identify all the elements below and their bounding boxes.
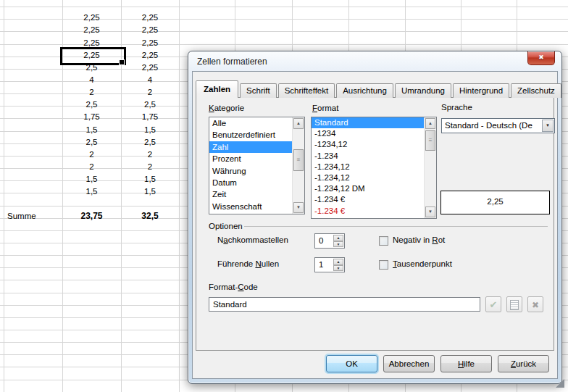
scroll-down-icon[interactable]: ▼ <box>293 202 304 213</box>
format-item[interactable]: -1234,12 <box>312 139 424 150</box>
sheet-cell[interactable]: 1,5 <box>62 185 121 198</box>
negative-red-checkbox[interactable] <box>379 236 388 246</box>
dialog-client-area: ZahlenSchriftSchrifteffektAusrichtungUmr… <box>192 71 558 379</box>
category-item[interactable]: Alle <box>209 117 292 129</box>
close-button[interactable]: ✖ <box>527 51 555 65</box>
format-item[interactable]: -1.234 <box>312 151 424 162</box>
sheet-cell[interactable]: 4 <box>62 74 121 86</box>
sheet-cell[interactable]: 2,25 <box>121 37 179 49</box>
tab-hintergrund[interactable]: Hintergrund <box>453 83 509 98</box>
scroll-up-icon[interactable]: ▲ <box>425 118 435 129</box>
spin-down-icon[interactable]: ▼ <box>333 265 343 272</box>
thousands-checkbox[interactable] <box>379 260 388 270</box>
negative-red-label[interactable]: Negativ in Rot <box>393 235 445 244</box>
dialog-title: Zellen formatieren <box>197 57 267 67</box>
decimals-label: Nachkommastellen <box>217 235 288 244</box>
check-icon: ✔ <box>490 299 498 310</box>
sheet-cell[interactable]: 2,25 <box>62 24 121 36</box>
scroll-down-icon[interactable]: ▼ <box>425 207 435 217</box>
category-item[interactable]: Währung <box>209 165 292 177</box>
format-item[interactable]: -1.234,12 <box>312 172 424 183</box>
sheet-cell[interactable]: 1,75 <box>121 111 179 123</box>
options-group-label: Optionen <box>209 222 243 230</box>
sheet-cell[interactable]: 2 <box>121 86 179 99</box>
sheet-cell[interactable]: 2 <box>121 161 179 173</box>
category-listbox[interactable]: AlleBenutzerdefiniertZahlProzentWährungD… <box>209 117 305 214</box>
leading-zeros-label: Führende Nullen <box>217 259 279 268</box>
spin-up-icon[interactable]: ▲ <box>333 259 343 265</box>
sheet-cell[interactable]: 2,5 <box>62 99 121 111</box>
sheet-cell[interactable]: 2,5 <box>121 99 179 111</box>
sheet-cell[interactable]: 2,5 <box>62 136 121 149</box>
category-item[interactable]: Benutzerdefiniert <box>209 129 292 141</box>
tab-zahlen[interactable]: Zahlen <box>196 80 238 98</box>
format-code-input[interactable]: Standard <box>209 297 480 312</box>
delete-button[interactable]: ✖ <box>527 296 543 312</box>
sheet-cell[interactable]: 2,5 <box>121 136 179 149</box>
confirm-button[interactable]: ✔ <box>485 296 501 312</box>
resize-grip[interactable] <box>556 379 564 388</box>
sheet-cell[interactable]: 1,5 <box>62 124 121 136</box>
category-label: Kategorie <box>209 104 244 112</box>
help-button[interactable]: Hilfe <box>440 355 492 372</box>
sheet-cell[interactable]: 2,25 <box>121 49 179 62</box>
category-item[interactable]: Datum <box>209 177 292 188</box>
sum-cell-c[interactable]: 32,5 <box>121 210 179 222</box>
scrollbar-thumb[interactable]: ≡ <box>425 130 435 151</box>
format-preview: 2,25 <box>440 191 550 214</box>
selected-cell-outline <box>60 47 126 65</box>
tab-schrifteffekt[interactable]: Schrifteffekt <box>278 83 335 98</box>
tab-ausrichtung[interactable]: Ausrichtung <box>336 83 393 98</box>
sheet-cell[interactable]: 1,5 <box>121 173 179 185</box>
sheet-cell[interactable]: 2 <box>62 86 121 99</box>
sheet-cell[interactable]: 2 <box>62 161 121 173</box>
sheet-cell[interactable]: 4 <box>121 74 179 86</box>
decimals-stepper[interactable]: 0 ▲ ▼ <box>314 233 345 249</box>
scroll-up-icon[interactable]: ▲ <box>293 118 304 129</box>
sheet-cell[interactable]: 2,25 <box>121 12 179 24</box>
sheet-cell[interactable]: 2 <box>121 149 179 161</box>
format-listbox[interactable]: Standard-1234-1234,12-1.234-1.234,12-1.2… <box>311 117 437 219</box>
format-item[interactable]: Standard <box>312 117 424 128</box>
format-cells-dialog: Zellen formatieren ✖ ZahlenSchriftSchrif… <box>188 51 562 384</box>
cancel-button[interactable]: Abbrechen <box>383 355 435 372</box>
thousands-label[interactable]: Tausenderpunkt <box>393 259 452 268</box>
leading-zeros-stepper[interactable]: 1 ▲ ▼ <box>314 257 345 272</box>
sheet-cell[interactable]: 1,5 <box>62 173 121 185</box>
format-item[interactable]: -1234 <box>312 128 424 139</box>
sheet-cell[interactable]: 1,5 <box>121 185 179 198</box>
scrollbar-thumb[interactable]: ≡ <box>293 149 304 171</box>
back-button[interactable]: Zurück <box>498 355 549 372</box>
category-item[interactable]: Prozent <box>209 153 292 164</box>
sum-label-cell[interactable]: Summe <box>4 210 62 222</box>
format-item[interactable]: -1.234 € <box>312 194 424 205</box>
selection-fill-handle[interactable] <box>119 59 125 65</box>
chevron-down-icon[interactable]: ▼ <box>542 120 554 132</box>
edit-comment-button[interactable] <box>506 296 522 312</box>
sheet-cell[interactable]: 2,25 <box>121 24 179 36</box>
sheet-cell[interactable]: 2,25 <box>121 62 179 74</box>
tab-strip: ZahlenSchriftSchrifteffektAusrichtungUmr… <box>196 81 563 98</box>
language-select[interactable]: Standard - Deutsch (De ▼ <box>441 118 555 133</box>
tab-zellschutz[interactable]: Zellschutz <box>511 83 561 98</box>
spin-down-icon[interactable]: ▼ <box>333 241 343 248</box>
spin-up-icon[interactable]: ▲ <box>333 235 343 241</box>
sheet-cell[interactable]: 2 <box>62 149 121 161</box>
sheet-cell[interactable]: 2,25 <box>62 12 121 24</box>
sum-cell-b[interactable]: 23,75 <box>62 210 121 222</box>
format-item[interactable]: -1.234,12 <box>312 162 424 172</box>
sheet-cell[interactable]: 1,5 <box>121 124 179 136</box>
x-icon: ✖ <box>532 300 539 310</box>
group-divider <box>244 226 548 227</box>
category-item[interactable]: Wissenschaft <box>209 201 292 212</box>
format-scrollbar[interactable]: ▲ ≡ ▼ <box>424 117 436 218</box>
sheet-cell[interactable]: 1,75 <box>62 111 121 123</box>
ok-button[interactable]: OK <box>326 355 377 372</box>
category-item[interactable]: Zeit <box>209 188 292 200</box>
format-item[interactable]: -1.234,12 DM <box>312 183 424 194</box>
category-item[interactable]: Zahl <box>209 141 292 153</box>
tab-umrandung[interactable]: Umrandung <box>395 83 451 98</box>
category-scrollbar[interactable]: ▲ ≡ ▼ <box>292 117 304 214</box>
tab-schrift[interactable]: Schrift <box>240 83 277 98</box>
format-item[interactable]: -1.234 € <box>312 206 424 217</box>
